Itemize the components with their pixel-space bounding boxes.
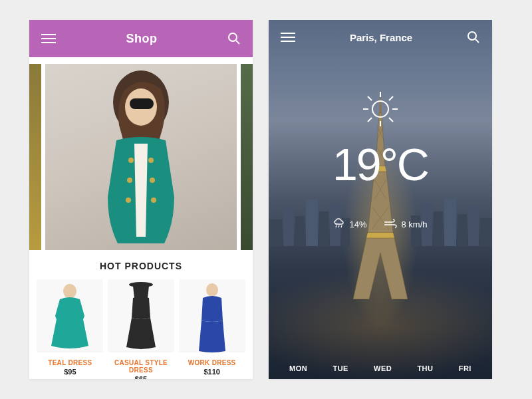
svg-line-54: [389, 118, 393, 122]
shop-app-screen: Shop: [29, 20, 253, 379]
product-price: $65: [108, 375, 174, 379]
sun-icon: [269, 88, 492, 133]
svg-point-18: [129, 282, 153, 287]
svg-line-56: [368, 118, 372, 122]
svg-line-4: [236, 41, 239, 44]
product-name: TEAL DRESS: [37, 359, 103, 366]
hero-next-peek: [241, 64, 253, 250]
forecast-row: MON TUE WED THU FRI: [269, 364, 492, 372]
svg-rect-7: [130, 98, 154, 109]
wind-stat: 8 km/h: [383, 218, 428, 231]
weather-stats: 14% 8 km/h: [269, 218, 492, 231]
hot-products-heading: HOT PRODUCTS: [29, 261, 253, 271]
model-illustration: [65, 64, 217, 250]
svg-line-58: [338, 225, 339, 227]
menu-icon[interactable]: [281, 32, 295, 43]
svg-point-15: [63, 284, 76, 299]
svg-point-46: [468, 32, 476, 40]
product-name: WORK DRESS: [179, 359, 245, 366]
forecast-day[interactable]: MON: [289, 364, 307, 372]
precipitation-value: 14%: [349, 219, 366, 229]
weather-header: Paris, France: [269, 20, 492, 55]
product-thumb: [108, 279, 174, 352]
forecast-day[interactable]: THU: [417, 364, 433, 372]
svg-line-55: [389, 96, 393, 100]
product-list: TEAL DRESS $95 CASUAL STYLE DRESS $65: [29, 279, 253, 379]
svg-point-20: [206, 283, 218, 297]
svg-line-53: [368, 96, 372, 100]
search-icon[interactable]: [467, 31, 480, 44]
hero-image: [45, 64, 237, 250]
svg-point-9: [148, 158, 154, 163]
location-title: Paris, France: [350, 32, 412, 43]
svg-line-59: [341, 225, 342, 227]
forecast-day[interactable]: WED: [374, 364, 392, 372]
weather-app-screen: Paris, France: [269, 20, 492, 379]
svg-point-48: [372, 101, 388, 117]
svg-line-47: [475, 39, 479, 43]
svg-line-57: [336, 225, 336, 227]
svg-point-11: [150, 178, 155, 183]
rain-icon: [333, 218, 345, 231]
forecast-day[interactable]: TUE: [332, 364, 348, 372]
forecast-day[interactable]: FRI: [459, 364, 471, 372]
hero-prev-peek: [29, 64, 41, 250]
svg-point-10: [127, 178, 132, 183]
product-name: CASUAL STYLE DRESS: [108, 359, 174, 374]
product-thumb: [179, 279, 245, 352]
product-price: $95: [37, 368, 103, 376]
wind-icon: [383, 219, 398, 230]
search-icon[interactable]: [227, 32, 241, 45]
menu-icon[interactable]: [41, 33, 56, 44]
temperature-value: 19°C: [269, 138, 492, 190]
svg-point-8: [128, 158, 134, 163]
svg-point-3: [229, 33, 237, 41]
shop-title: Shop: [126, 32, 158, 46]
product-thumb: [37, 279, 103, 352]
svg-point-12: [126, 198, 131, 203]
weather-current: 19°C 14% 8 km/h: [269, 88, 492, 231]
product-card[interactable]: TEAL DRESS $95: [37, 279, 103, 379]
product-card[interactable]: WORK DRESS $110: [179, 279, 245, 379]
product-card[interactable]: CASUAL STYLE DRESS $65: [108, 279, 174, 379]
precipitation-stat: 14%: [333, 218, 366, 231]
shop-header: Shop: [29, 20, 253, 57]
wind-value: 8 km/h: [402, 219, 428, 229]
product-price: $110: [179, 368, 245, 376]
hero-carousel[interactable]: [29, 57, 253, 257]
svg-point-13: [151, 198, 156, 203]
